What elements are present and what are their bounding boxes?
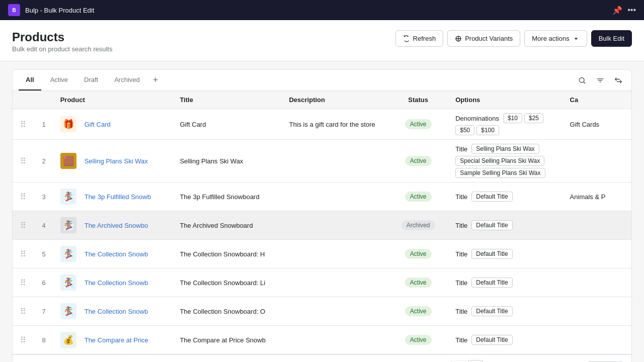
row-number-cell: 2 [33,140,54,183]
status-cell: Active [387,297,449,326]
title-value: The Collection Snowboard: Li [174,268,283,297]
category-value: Animals & P [564,183,631,211]
topbar-more-icon[interactable]: ••• [627,6,636,15]
option-label: Denominations [455,115,499,122]
description-cell [283,268,387,297]
drag-handle-cell: ⠿ [13,240,33,268]
product-thumbnail: 🏂 [60,217,76,233]
status-badge: Archived [401,220,435,230]
category-cell [564,326,631,354]
option-label: Title [455,279,467,287]
drag-handle-cell: ⠿ [13,183,33,211]
option-label: Title [455,145,467,153]
row-number: 7 [33,302,54,321]
title-cell: The Archived Snowboard [174,211,283,240]
svg-point-1 [579,77,584,82]
page-header-left: Products Bulk edit on product search res… [12,30,112,53]
table-row: ⠿ 2 🟫 Selling Plans Ski Wax Selling Plan… [13,140,631,183]
tab-archived[interactable]: Archived [107,70,147,90]
status-badge: Active [405,192,432,202]
category-cell [564,240,631,268]
category-value [564,297,631,325]
option-label: Title [455,222,467,229]
option-tag: $50 [455,125,474,135]
more-actions-button[interactable]: More actions [524,30,587,47]
search-button[interactable] [575,73,589,87]
status-cell: Active [387,240,449,268]
drag-handle[interactable]: ⠿ [13,301,33,322]
drag-handle[interactable]: ⠿ [13,243,33,265]
description-cell [283,211,387,240]
options-cell: TitleDefault Title [449,297,564,326]
product-variants-button[interactable]: Product Variants [447,30,520,47]
col-title-header: Title [174,91,283,109]
description-cell [283,326,387,354]
category-value [564,147,631,175]
title-cell: Selling Plans Ski Wax [174,140,283,183]
app-icon: B [8,4,20,16]
category-cell: Gift Cards [564,109,631,140]
category-value [564,211,631,239]
row-number-cell: 1 [33,109,54,140]
product-link[interactable]: Selling Plans Ski Wax [85,157,148,165]
pin-icon[interactable]: 📌 [612,6,622,15]
product-thumbnail: 🎁 [60,116,76,132]
col-options-header: Options [449,91,564,109]
page-header: Products Bulk edit on product search res… [0,20,644,61]
sort-button[interactable] [611,73,625,87]
tab-all[interactable]: All [19,70,41,90]
status-badge: Active [405,335,432,345]
drag-handle-cell: ⠿ [13,326,33,354]
tab-active[interactable]: Active [43,70,75,90]
col-num-header [33,91,54,109]
table-row: ⠿ 6 🏂 The Collection Snowb The Collectio… [13,268,631,297]
product-link[interactable]: Gift Card [85,121,111,128]
add-tab-button[interactable]: + [149,71,163,89]
product-cell: 🏂 The Collection Snowb [54,297,174,326]
page-subtitle: Bulk edit on product search results [12,45,112,53]
description-cell [283,183,387,211]
drag-handle-cell: ⠿ [13,109,33,140]
product-link[interactable]: The 3p Fulfilled Snowb [85,193,151,201]
title-cell: The Collection Snowboard: O [174,297,283,326]
option-label: Title [455,336,467,344]
table-body: ⠿ 1 🎁 Gift Card Gift Card This is a gift… [13,109,631,354]
product-link[interactable]: The Compare at Price [85,336,148,344]
option-tag: $25 [524,113,543,123]
row-number: 3 [33,187,54,207]
options-cell: TitleDefault Title [449,183,564,211]
product-cell: 🏂 The Collection Snowb [54,240,174,268]
drag-handle[interactable]: ⠿ [13,272,33,294]
product-cell: 🟫 Selling Plans Ski Wax [54,140,174,183]
category-cell [564,211,631,240]
option-tag: $100 [476,125,499,135]
option-tag: Default Title [471,306,512,316]
option-tag: Default Title [471,220,512,230]
drag-handle[interactable]: ⠿ [13,329,33,351]
tabs-left: All Active Draft Archived + [19,70,162,90]
refresh-button[interactable]: Refresh [395,30,444,47]
drag-handle[interactable]: ⠿ [13,114,33,135]
next-page-button[interactable]: › [468,360,483,362]
product-link[interactable]: The Collection Snowb [85,279,148,287]
description-cell [283,240,387,268]
status-badge: Active [405,249,432,259]
row-number-cell: 5 [33,240,54,268]
drag-handle[interactable]: ⠿ [13,186,33,208]
drag-handle[interactable]: ⠿ [13,215,33,236]
option-tag: Sample Selling Plans Ski Wax [455,168,545,178]
products-card: All Active Draft Archived + [12,69,632,362]
product-thumbnail: 🏂 [60,246,76,262]
product-link[interactable]: The Collection Snowb [85,250,148,258]
variants-icon [455,35,462,42]
filter-button[interactable] [593,73,607,87]
topbar-left: B Bulp - Bulk Product Edit [8,4,94,16]
tab-draft[interactable]: Draft [77,70,105,90]
drag-handle[interactable]: ⠿ [13,150,33,172]
description-cell [283,140,387,183]
col-product-header: Product [54,91,174,109]
product-link[interactable]: The Collection Snowb [85,308,148,315]
bulk-edit-button[interactable]: Bulk Edit [591,30,632,47]
prev-page-button[interactable]: ‹ [451,360,466,362]
product-link[interactable]: The Archived Snowbo [85,222,148,229]
